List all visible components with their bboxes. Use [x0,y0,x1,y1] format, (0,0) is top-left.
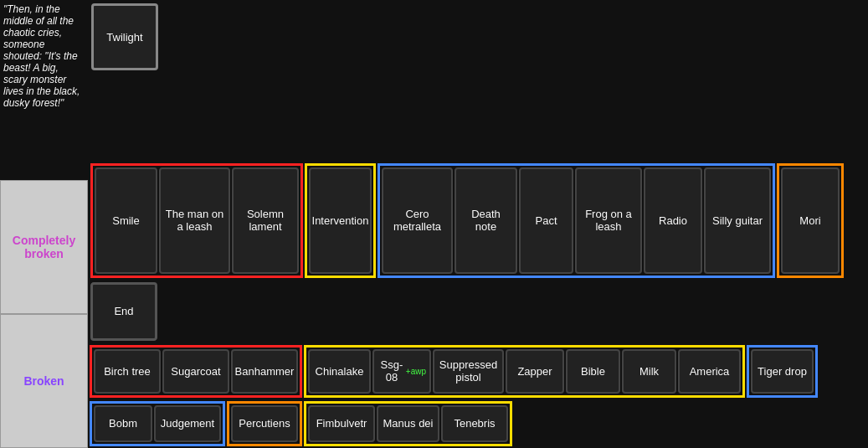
radio-cell[interactable]: Radio [644,167,702,274]
suppressed-pistol-cell[interactable]: Suppressed pistol [433,349,504,394]
broken-row1: Birch tree Sugarcoat Banhammer Chinalake… [88,343,868,399]
tiger-drop-cell[interactable]: Tiger drop [751,349,814,394]
broken-row2: Bobm Judgement Percutiens Fimbulvetr Man… [88,399,868,448]
mori-cell[interactable]: Mori [781,167,840,274]
end-cell[interactable]: End [90,282,157,341]
solemn-lament-cell[interactable]: Solemn lament [232,167,299,274]
pact-cell[interactable]: Pact [519,167,573,274]
end-row: End [88,281,868,343]
man-on-leash-cell[interactable]: The man on a leash [159,167,230,274]
intervention-cell[interactable]: Intervention [309,167,372,274]
fimbulvetr-cell[interactable]: Fimbulvetr [308,405,375,442]
blue-group: Cero metralleta Death note Pact Frog on … [378,163,775,278]
milk-cell[interactable]: Milk [622,349,676,394]
twilight-cell[interactable]: Twilight [91,3,158,70]
chinalake-cell[interactable]: Chinalake [308,349,371,394]
bible-cell[interactable]: Bible [566,349,620,394]
yellow-group: Intervention [305,163,376,278]
america-cell[interactable]: America [678,349,741,394]
bobm-cell[interactable]: Bobm [94,405,152,442]
silly-guitar-cell[interactable]: Silly guitar [704,167,771,274]
broken-red-group: Birch tree Sugarcoat Banhammer [90,345,302,398]
banhammer-cell[interactable]: Banhammer [231,349,298,394]
percutiens-cell[interactable]: Percutiens [231,405,298,442]
label-broken: Broken [0,314,88,448]
broken-yellow-group2: Fimbulvetr Manus dei Tenebris [304,401,512,446]
ssg08-cell[interactable]: Ssg-08+awp [372,349,431,394]
broken-blue-group2: Bobm Judgement [90,401,225,446]
tenebris-cell[interactable]: Tenebris [441,405,508,442]
frog-leash-cell[interactable]: Frog on a leash [575,167,642,274]
cero-cell[interactable]: Cero metralleta [382,167,453,274]
quote-text: "Then, in the middle of all the chaotic … [0,0,88,180]
top-row: Twilight [88,0,868,161]
judgement-cell[interactable]: Judgement [154,405,221,442]
sugarcoat-cell[interactable]: Sugarcoat [162,349,229,394]
birch-tree-cell[interactable]: Birch tree [94,349,161,394]
zapper-cell[interactable]: Zapper [506,349,564,394]
broken-blue-group1: Tiger drop [747,345,818,398]
death-note-cell[interactable]: Death note [455,167,517,274]
completely-broken-row: Smile The man on a leash Solemn lament I… [88,161,868,281]
orange-group: Mori [777,163,844,278]
red-group: Smile The man on a leash Solemn lament [90,163,303,278]
manus-dei-cell[interactable]: Manus dei [377,405,439,442]
broken-orange-group: Percutiens [227,401,302,446]
broken-yellow-group: Chinalake Ssg-08+awp Suppressed pistol Z… [304,345,745,398]
label-completely-broken: Completely broken [0,180,88,314]
smile-cell[interactable]: Smile [95,167,157,274]
